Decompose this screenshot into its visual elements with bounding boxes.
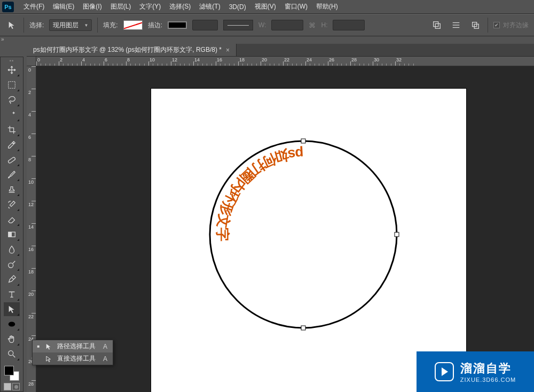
standard-mode-icon[interactable]: [4, 383, 11, 390]
fill-swatch-none[interactable]: [123, 20, 143, 30]
tool-brush[interactable]: [4, 168, 20, 182]
current-tool-icon[interactable]: [5, 19, 18, 32]
tool-history-brush[interactable]: [4, 198, 20, 211]
fill-label: 填充:: [103, 21, 117, 30]
flyout-item-shortcut: A: [103, 343, 107, 350]
tool-crop[interactable]: [4, 123, 20, 137]
crop-icon: [7, 125, 17, 135]
stroke-style-dropdown[interactable]: [223, 20, 253, 30]
path-arrangement-icon[interactable]: [468, 19, 482, 31]
menu-3d[interactable]: 3D(D): [225, 2, 250, 12]
hand-icon: [7, 334, 17, 344]
svg-point-14: [9, 322, 15, 327]
tool-healing[interactable]: [4, 153, 20, 167]
menu-type[interactable]: 文字(Y): [135, 1, 165, 13]
tool-path-selection[interactable]: [4, 302, 20, 316]
svg-point-15: [9, 351, 13, 356]
path-selection-icon: [7, 304, 17, 314]
tool-eyedropper[interactable]: [4, 138, 20, 152]
watermark-url: ZIXUE.3D66.COM: [460, 377, 516, 383]
circle-path[interactable]: ps如何打圈内环形文字: [197, 128, 410, 341]
stroke-width-input[interactable]: [192, 20, 218, 30]
tool-stamp[interactable]: [4, 183, 20, 197]
text-on-path[interactable]: ps如何打圈内环形文字: [215, 146, 304, 241]
quickmask-mode-icon[interactable]: [12, 383, 20, 390]
magic-wand-icon: [7, 110, 17, 120]
flyout-item-label: 路径选择工具: [57, 342, 96, 351]
chevron-down-icon: ▼: [84, 23, 88, 28]
tool-type[interactable]: [4, 287, 20, 301]
menu-view[interactable]: 视图(V): [250, 1, 280, 13]
anchor-right[interactable]: [395, 232, 399, 237]
menu-help[interactable]: 帮助(H): [312, 1, 342, 13]
align-edges-checkbox[interactable]: ✔: [493, 22, 500, 28]
stroke-label: 描边:: [148, 21, 162, 30]
document-tab[interactable]: ps如何打圈内环形文字 @ 132% (ps如何打圈内环形文字, RGB/8) …: [27, 44, 237, 56]
divider: [97, 18, 98, 33]
height-label: H:: [321, 21, 327, 29]
tool-move[interactable]: [4, 63, 20, 77]
svg-rect-2: [435, 23, 440, 28]
path-operations-icon[interactable]: [430, 19, 444, 31]
link-wh-icon[interactable]: ⌘: [309, 21, 316, 29]
eyedropper-icon: [7, 140, 17, 150]
svg-marker-17: [46, 356, 51, 362]
menu-image[interactable]: 图像(I): [78, 1, 106, 13]
svg-rect-1: [434, 22, 438, 27]
tool-marquee[interactable]: [4, 78, 20, 92]
tool-hand[interactable]: [4, 332, 20, 346]
menu-layer[interactable]: 图层(L): [106, 1, 136, 13]
flyout-item-path-selection[interactable]: ■ 路径选择工具 A: [33, 340, 113, 352]
tool-magic-wand[interactable]: [4, 108, 20, 122]
tool-dodge[interactable]: [4, 257, 20, 271]
anchor-top[interactable]: [301, 139, 305, 143]
play-icon: [435, 362, 454, 381]
height-input[interactable]: [333, 20, 365, 30]
svg-rect-9: [8, 157, 16, 164]
marquee-icon: [7, 80, 17, 90]
app-logo: Ps: [2, 2, 14, 12]
select-scope-dropdown[interactable]: 现用图层 ▼: [49, 19, 92, 31]
dodge-icon: [7, 260, 17, 269]
menu-file[interactable]: 文件(F): [19, 1, 49, 13]
ruler-origin[interactable]: [27, 57, 36, 66]
tool-gradient[interactable]: [4, 228, 20, 241]
zoom-icon: [7, 349, 17, 359]
tool-lasso[interactable]: [4, 93, 20, 107]
gradient-icon: [7, 230, 17, 239]
bandage-icon: [7, 155, 17, 164]
divider: [488, 18, 488, 33]
path-selection-icon: [44, 343, 53, 350]
dock-expander-icon[interactable]: »: [1, 36, 7, 43]
anchor-bottom[interactable]: [301, 326, 305, 330]
path-alignment-icon[interactable]: [449, 19, 463, 31]
close-tab-icon[interactable]: ×: [226, 46, 230, 54]
pen-icon: [7, 275, 17, 284]
menu-filter[interactable]: 滤镜(T): [195, 1, 224, 13]
eraser-icon: [7, 215, 17, 224]
foreground-swatch[interactable]: [4, 366, 14, 375]
ellipse-shape: [210, 141, 397, 328]
flyout-item-direct-selection[interactable]: 直接选择工具 A: [33, 352, 113, 365]
options-bar: 选择: 现用图层 ▼ 填充: 描边: W: ⌘ H: ✔ 对齐边缘: [0, 14, 534, 36]
toolbox-grabber[interactable]: ••: [1, 58, 23, 62]
menubar: Ps 文件(F) 编辑(E) 图像(I) 图层(L) 文字(Y) 选择(S) 滤…: [0, 0, 534, 14]
ellipse-icon: [7, 319, 17, 329]
flyout-item-shortcut: A: [103, 355, 107, 363]
width-input[interactable]: [271, 20, 303, 30]
color-swatches[interactable]: [3, 365, 20, 381]
tool-zoom[interactable]: [4, 347, 20, 361]
menu-select[interactable]: 选择(S): [165, 1, 195, 13]
menu-edit[interactable]: 编辑(E): [49, 1, 78, 13]
stroke-swatch[interactable]: [168, 21, 187, 29]
move-icon: [7, 65, 17, 75]
ruler-horizontal[interactable]: 02468101214161820222426283032: [36, 57, 534, 66]
align-edges-option[interactable]: ✔ 对齐边缘: [493, 21, 529, 30]
quickmask-row: [4, 383, 20, 390]
tool-blur[interactable]: [4, 242, 20, 256]
tool-ellipse[interactable]: [4, 317, 20, 331]
lasso-icon: [7, 95, 17, 105]
tool-pen[interactable]: [4, 272, 20, 286]
menu-window[interactable]: 窗口(W): [280, 1, 312, 13]
tool-eraser[interactable]: [4, 213, 20, 226]
